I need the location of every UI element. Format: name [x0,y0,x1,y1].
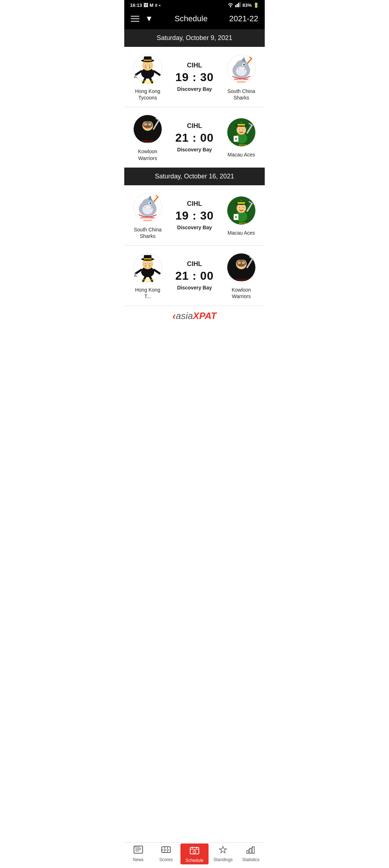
status-battery-icon: 🔋 [253,3,259,8]
match-row-2[interactable]: KOWLOON WARRIORS KowloonWarriors CIHL 21… [124,107,265,167]
match-center-3: CIHL 19 : 30 Discovery Bay [167,200,222,230]
match-venue-4: Discovery Bay [177,285,212,291]
nav-statistics[interactable]: Statistics [237,846,265,862]
status-photo-icon: 🖼 [143,3,148,8]
svg-line-107 [134,276,137,276]
season-label: 2021-22 [229,14,258,23]
app-header: ▼ Schedule 2021-22 [124,10,265,29]
svg-rect-2 [238,3,239,7]
page-title: Schedule [175,14,208,23]
nav-schedule[interactable]: Schedule [180,843,208,864]
status-wifi-icon [227,2,234,8]
nav-news[interactable]: NEWS News [124,846,152,862]
status-mail-icon: M [149,3,153,8]
nav-scores[interactable]: 888 Scores [152,846,180,862]
away-logo-1: SOUTH CHINA SHARKS [225,53,258,85]
svg-point-65 [142,205,153,214]
svg-rect-138 [247,851,249,853]
match-time-4: 21 : 00 [175,269,214,283]
svg-text:8: 8 [162,849,164,851]
svg-rect-139 [250,849,251,853]
away-logo-3: ♣ A MACAU ACES [225,194,258,227]
match-row[interactable]: HONG KONG TYCOONS Hong KongTycoons CIHL … [124,47,265,107]
svg-point-13 [149,65,150,65]
statistics-icon [246,846,255,856]
match-time-2: 21 : 00 [175,131,214,145]
status-battery: 83% [242,3,252,8]
svg-point-55 [243,129,243,130]
match-venue-3: Discovery Bay [177,225,212,230]
svg-point-67 [149,202,151,204]
match-league-4: CIHL [187,260,202,268]
svg-point-36 [143,121,152,129]
svg-text:HONG KONG: HONG KONG [141,80,155,82]
svg-text:KOWLOON: KOWLOON [142,140,153,142]
away-team-3: ♣ A MACAU ACES Macau Aces [222,194,261,236]
svg-rect-1 [237,4,238,7]
menu-button[interactable] [131,16,139,22]
away-name-3: Macau Aces [228,230,255,236]
svg-point-34 [140,130,155,141]
svg-rect-140 [252,847,254,853]
home-logo-1: HONG KONG TYCOONS [131,53,164,85]
match-time-1: 19 : 30 [175,71,214,84]
svg-rect-14 [147,67,149,68]
match-league-1: CIHL [187,62,202,69]
match-venue-1: Discovery Bay [177,86,212,92]
home-logo-3: SOUTH CHINA SHARKS [131,191,164,223]
away-logo-2: ♣ A MACAU ACES [225,116,258,149]
svg-rect-3 [240,2,241,7]
status-dot-icon: • [159,3,161,8]
match-league-2: CIHL [187,122,202,130]
svg-point-28 [243,64,245,65]
svg-text:ACES: ACES [240,224,246,225]
ad-banner: ‹ asia XPAT [124,306,265,325]
nav-news-label: News [133,857,144,862]
svg-text:HONG KONG: HONG KONG [141,279,155,281]
bottom-nav: NEWS News 888 Scores Schedule Standings … [124,842,265,868]
svg-text:SHARKS: SHARKS [237,81,246,83]
schedule-icon [190,846,199,856]
away-team-4: KOWLOON WARRIORS KowloonWarriors [222,251,261,300]
svg-text:WARRIORS: WARRIORS [236,280,247,282]
status-left: 16:13 🖼 M # • [130,3,161,8]
nav-statistics-label: Statistics [242,857,259,862]
svg-text:A: A [235,138,237,141]
home-logo-2: KOWLOON WARRIORS [131,113,164,145]
match-row-4[interactable]: HONG KONG TYCOONS Hong KongT... CIHL 21 … [124,245,265,306]
match-center-4: CIHL 21 : 00 Discovery Bay [167,260,222,291]
svg-point-114 [239,262,240,263]
match-league-3: CIHL [187,200,202,208]
svg-point-81 [239,207,240,208]
match-row-3[interactable]: SOUTH CHINA SHARKS South ChinaSharks CIH… [124,185,265,245]
svg-rect-99 [147,266,149,267]
svg-point-97 [145,263,146,264]
home-logo-4: HONG KONG TYCOONS [131,251,164,284]
standings-icon [218,846,228,856]
svg-point-115 [243,262,244,263]
nav-scores-label: Scores [159,857,173,862]
nav-standings-label: Standings [214,857,233,862]
svg-text:8: 8 [165,849,166,851]
status-right: 83% 🔋 [227,2,259,8]
home-team-2: KOWLOON WARRIORS KowloonWarriors [128,113,167,161]
news-icon: NEWS [134,846,143,856]
nav-schedule-label: Schedule [185,858,204,863]
home-name-2: KowloonWarriors [138,148,157,161]
svg-rect-94 [144,258,151,260]
filter-button[interactable]: ▼ [145,14,153,23]
svg-text:♣: ♣ [240,199,242,202]
match-venue-2: Discovery Bay [177,147,212,152]
status-signal-icon [235,2,241,8]
svg-text:SOUTH CHINA: SOUTH CHINA [234,78,249,80]
svg-text:♣: ♣ [240,121,242,124]
nav-standings[interactable]: Standings [209,846,237,862]
home-name-3: South ChinaSharks [134,226,161,239]
svg-point-98 [149,263,150,264]
away-name-2: Macau Aces [228,151,255,158]
svg-text:TYCOONS: TYCOONS [143,281,152,282]
svg-text:TYCOONS: TYCOONS [143,83,152,84]
status-hash-icon: # [155,3,157,8]
svg-text:ACES: ACES [240,146,246,147]
away-team-2: ♣ A MACAU ACES [222,116,261,158]
